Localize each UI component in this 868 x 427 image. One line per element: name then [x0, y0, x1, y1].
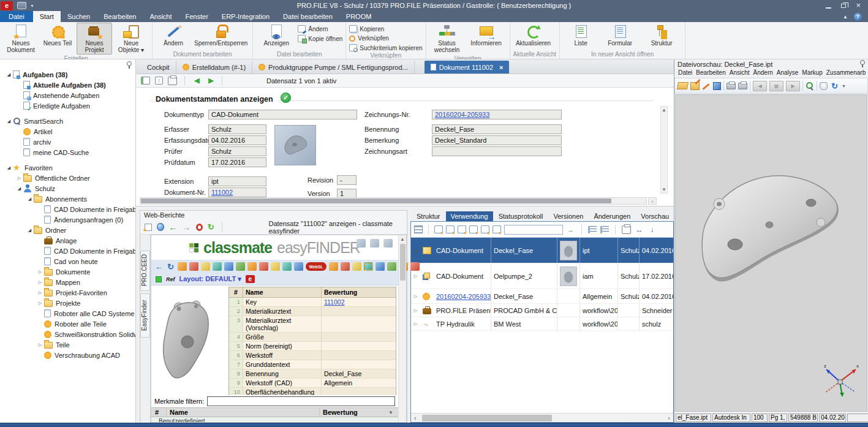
expand-expander-icon[interactable]: ▷ [36, 301, 44, 306]
sidebar-item-roboter-alle-cad-systeme[interactable]: Roboter alle CAD Systeme [0, 308, 135, 319]
clipboard-filter-icon[interactable] [469, 225, 478, 233]
open-markup-icon[interactable] [690, 82, 700, 90]
formular-button[interactable]: Formular [600, 23, 640, 48]
usage-search-input[interactable] [504, 225, 563, 235]
expand-expander-icon[interactable]: ▷ [36, 290, 44, 295]
sidebar-item-dokumente[interactable]: ▷Dokumente [0, 266, 135, 277]
tab-verwendung[interactable]: Verwendung [446, 211, 493, 221]
layout-icon[interactable] [294, 262, 303, 271]
refresh-icon[interactable]: ↻ [208, 222, 214, 232]
collapse-expander-icon[interactable]: ◢ [5, 119, 13, 124]
scroll-left-icon[interactable]: ‹ [411, 415, 420, 421]
box-icon[interactable] [410, 262, 420, 271]
pencil-icon[interactable] [702, 82, 711, 90]
sidebar-item-cad-dokumente-in-freigabe-6[interactable]: CAD Dokumente in Freigabe (6) [0, 204, 135, 214]
pan-hand-icon[interactable] [820, 82, 828, 90]
collapse-table-icon[interactable]: ▼ [388, 410, 398, 415]
column-header[interactable]: Bewertung [319, 409, 388, 416]
scroll-right-icon[interactable]: › [665, 415, 673, 421]
column-header[interactable]: Name [166, 409, 319, 416]
print-icon[interactable] [726, 83, 736, 89]
eraser-icon[interactable] [357, 239, 366, 248]
sidebar-item-aufgaben-38[interactable]: ◢Aufgaben (38) [0, 69, 135, 80]
page-next-icon[interactable]: ▶ [786, 81, 800, 91]
merkmal-row[interactable]: 3Materialkurztext (Vorschlag) [229, 316, 396, 333]
preview-menu-ansicht[interactable]: Ansicht [728, 69, 752, 78]
tree-config-icon[interactable] [414, 225, 423, 233]
sort-icon[interactable]: ↓ [647, 225, 657, 234]
merkmal-row[interactable]: 4Größe [229, 333, 396, 342]
tab-produktgruppe-pumpe-sml-fertigungsprod[interactable]: Produktgruppe Pumpe / SML Fertigungsprod… [252, 61, 415, 74]
dokumenttyp-field[interactable]: CAD-Dokument [208, 110, 357, 119]
stats-icon[interactable] [213, 262, 222, 271]
excel-icon[interactable] [247, 262, 257, 271]
back-icon[interactable]: ← [169, 222, 178, 232]
erfassungsdatum-field[interactable]: 04.02.2016 [208, 135, 266, 145]
sidebar-item-aktuelle-aufgaben-38[interactable]: Aktuelle Aufgaben (38) [0, 80, 135, 90]
pruefer-field[interactable]: Schulz [208, 146, 266, 156]
sidebar-item-projekt-favoriten[interactable]: ▷Projekt-Favoriten [0, 287, 135, 298]
benennung-field[interactable]: Deckel_Fase [432, 124, 562, 134]
menu-tab-fenster[interactable]: Fenster [179, 11, 215, 22]
neue-objekte-button[interactable]: Neue Objekte ▾ [113, 23, 149, 55]
usage-row-bm-west[interactable]: ▷TP HydraulikBM Westworkflow\2000schulz1 [411, 317, 673, 331]
zeichnungsart-field[interactable] [432, 146, 562, 156]
neues-dokument-button[interactable]: Neues Dokument [3, 23, 39, 55]
sidebar-item-erledigte-aufgaben[interactable]: Erledigte Aufgaben [0, 100, 135, 111]
table-filter-icon[interactable] [481, 225, 489, 233]
sidebar-item-teile[interactable]: ▷Teile [0, 339, 135, 350]
orbit-icon[interactable]: ↻ [830, 81, 839, 90]
tab-easyfinder[interactable]: EasyFinder [140, 293, 150, 338]
usage-object-link[interactable]: 20160204-205933 [436, 293, 491, 300]
collapse-expander-icon[interactable]: ◢ [26, 228, 34, 233]
informieren-button[interactable]: Informieren [466, 23, 507, 48]
folder-web-icon[interactable] [329, 262, 338, 271]
quick-access-dropdown-icon[interactable]: ▼ [30, 4, 34, 8]
dokument-nr-field[interactable]: 111002 [208, 187, 266, 197]
menu-tab-suchen[interactable]: Suchen [61, 11, 97, 22]
cad-3d-viewport[interactable]: z x [675, 94, 867, 412]
menu-tab-datei-bearbeiten[interactable]: Datei bearbeiten [276, 11, 339, 22]
collapse-expander-icon[interactable]: ◢ [5, 165, 13, 170]
form-scroll-right-icon[interactable]: › [648, 197, 657, 205]
sidebar-item-öffentliche-ordner[interactable]: ▷Öffentliche Ordner [0, 173, 135, 183]
outline-expand-icon[interactable] [600, 226, 609, 233]
tab-dokument-111002[interactable]: Dokument 111002× [425, 61, 510, 74]
preview-pin-icon[interactable] [859, 60, 865, 69]
help-icon[interactable]: ? [854, 13, 862, 21]
merkmal-row[interactable]: 7Grunddatentext [229, 360, 396, 369]
sidebar-item-schulz[interactable]: ◢Schulz [0, 183, 135, 194]
tab-versionen[interactable]: Versionen [548, 211, 588, 221]
expand-expander-icon[interactable]: ▷ [36, 342, 44, 347]
web-search-icon[interactable] [157, 223, 164, 231]
tab-struktur[interactable]: Struktur [412, 211, 445, 221]
sperren-entsperren-button[interactable]: Sperren/Entsperren [192, 23, 249, 48]
sidebar-pin-icon[interactable] [126, 61, 132, 70]
paste-filter-icon[interactable] [458, 225, 466, 233]
expand-expander-icon[interactable]: ▷ [36, 280, 44, 285]
tab-proceed[interactable]: PRO.CEED [140, 251, 150, 291]
stop-icon[interactable] [196, 224, 203, 231]
minimize-button[interactable] [826, 7, 831, 9]
dokument-nr-link[interactable]: 111002 [211, 189, 233, 196]
menu-tab-ansicht[interactable]: Ansicht [143, 11, 178, 22]
form-icon[interactable] [141, 77, 150, 85]
sidebar-item-anlage[interactable]: Anlage [0, 235, 135, 246]
neues-teil-button[interactable]: Neues Teil [40, 23, 75, 48]
outline-collapse-icon[interactable] [588, 226, 597, 233]
zoom-select-icon[interactable] [806, 81, 814, 90]
search-go-icon[interactable]: → [566, 225, 575, 234]
collapse-expander-icon[interactable]: ◢ [26, 197, 34, 202]
webgl-icon[interactable]: WebGL [306, 262, 326, 271]
folder-link-icon[interactable] [387, 262, 396, 271]
suchkriterium-kopieren-button[interactable]: Suchkriterium kopieren [349, 44, 422, 51]
collapse-ribbon-icon[interactable]: ▲ [843, 14, 848, 20]
image-icon[interactable] [259, 262, 268, 271]
sidebar-item-abonnements[interactable]: ◢Abonnements [0, 194, 135, 204]
kopie-öffnen-button[interactable]: Kopie öffnen [298, 35, 342, 42]
usage-row-oelpumpe-2[interactable]: ▷CAD-DokumentOelpumpe_2iamSchulz17.02.20… [411, 263, 673, 289]
open-form-icon[interactable] [189, 262, 198, 271]
chart-icon[interactable] [201, 262, 210, 271]
liste-button[interactable]: Liste [563, 23, 598, 48]
anzeigen-button[interactable]: Anzeigen [256, 23, 296, 48]
